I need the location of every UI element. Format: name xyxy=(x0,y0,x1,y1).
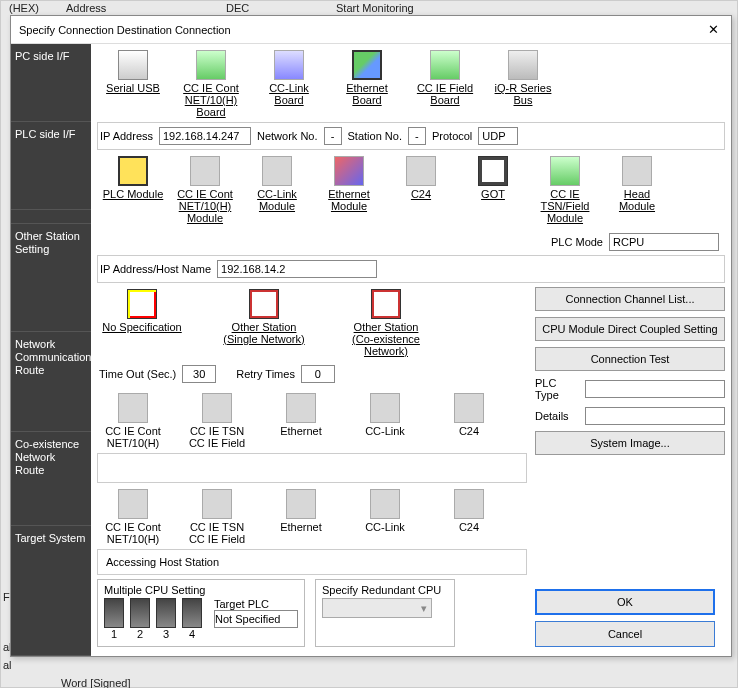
icon-item[interactable]: Head Module xyxy=(605,156,669,212)
icon-item[interactable]: CC IE Cont NET/10(H) xyxy=(101,489,165,545)
cpu-icon xyxy=(130,598,150,628)
device-icon xyxy=(274,50,304,80)
icon-item[interactable]: CC IE Cont NET/10(H) xyxy=(101,393,165,449)
cpu-slot[interactable]: 3 xyxy=(156,598,176,640)
device-icon xyxy=(202,393,232,423)
icon-label: C24 xyxy=(459,425,479,437)
conn-test-button[interactable]: Connection Test xyxy=(535,347,725,371)
timeout-input[interactable] xyxy=(182,365,216,383)
icon-label: Ethernet Module xyxy=(317,188,381,212)
icon-label: PLC Module xyxy=(103,188,164,200)
icon-item[interactable]: C24 xyxy=(437,393,501,437)
icon-label: GOT xyxy=(481,188,505,200)
sysimg-button[interactable]: System Image... xyxy=(535,431,725,455)
device-icon xyxy=(334,156,364,186)
icon-item[interactable]: Other Station (Co-existence Network) xyxy=(345,289,427,357)
stano-input[interactable] xyxy=(408,127,426,145)
device-icon xyxy=(127,289,157,319)
cancel-button[interactable]: Cancel xyxy=(535,621,715,647)
device-icon xyxy=(370,489,400,519)
targetplc-label: Target PLC xyxy=(214,598,298,610)
icon-item[interactable]: GOT xyxy=(461,156,525,200)
ok-button[interactable]: OK xyxy=(535,589,715,615)
direct-coupled-button[interactable]: CPU Module Direct Coupled Setting xyxy=(535,317,725,341)
host-label: IP Address/Host Name xyxy=(100,263,211,275)
bg-word: Word [Signed] xyxy=(61,677,131,688)
cpu-number: 2 xyxy=(130,628,150,640)
icon-label: CC IE TSN CC IE Field xyxy=(185,425,249,449)
device-icon xyxy=(478,156,508,186)
device-icon xyxy=(202,489,232,519)
icon-item[interactable]: CC-Link xyxy=(353,393,417,437)
icon-item[interactable]: PLC Module xyxy=(101,156,165,200)
retry-input[interactable] xyxy=(301,365,335,383)
bg-startmon: Start Monitoring xyxy=(336,2,414,14)
icon-item[interactable]: Ethernet xyxy=(269,489,333,533)
details-input[interactable] xyxy=(585,407,725,425)
side-other: Other Station Setting xyxy=(11,224,91,332)
icon-item[interactable]: CC-Link Module xyxy=(245,156,309,212)
netno-input[interactable] xyxy=(324,127,342,145)
conn-channel-button[interactable]: Connection Channel List... xyxy=(535,287,725,311)
icon-item[interactable]: No Specification xyxy=(101,289,183,333)
redund-dropdown[interactable] xyxy=(322,598,432,618)
netroute-row: CC IE Cont NET/10(H)CC IE TSN CC IE Fiel… xyxy=(97,391,527,453)
device-icon xyxy=(550,156,580,186)
cpu-slot[interactable]: 4 xyxy=(182,598,202,640)
icon-item[interactable]: C24 xyxy=(437,489,501,533)
icon-label: Ethernet xyxy=(280,425,322,437)
cpu-icon xyxy=(156,598,176,628)
device-icon xyxy=(352,50,382,80)
icon-item[interactable]: Ethernet xyxy=(269,393,333,437)
icon-item[interactable]: CC-Link xyxy=(353,489,417,533)
icon-item[interactable]: Serial USB xyxy=(101,50,165,94)
icon-item[interactable]: CC IE TSN/Field Module xyxy=(533,156,597,224)
icon-item[interactable]: CC IE TSN CC IE Field xyxy=(185,393,249,449)
icon-label: CC IE TSN/Field Module xyxy=(533,188,597,224)
ipaddr-input[interactable] xyxy=(159,127,251,145)
device-icon xyxy=(196,50,226,80)
bg-address: Address xyxy=(66,2,106,14)
device-icon xyxy=(430,50,460,80)
icon-label: CC-Link xyxy=(365,425,405,437)
close-icon[interactable]: ✕ xyxy=(703,20,723,40)
icon-item[interactable]: CC IE Cont NET/10(H) Board xyxy=(179,50,243,118)
bg-hex: (HEX) xyxy=(9,2,39,14)
proto-input[interactable] xyxy=(478,127,518,145)
plcmode-input[interactable] xyxy=(609,233,719,251)
device-icon xyxy=(118,50,148,80)
icon-item[interactable]: CC-Link Board xyxy=(257,50,321,106)
stano-label: Station No. xyxy=(348,130,402,142)
ipaddr-label: IP Address xyxy=(100,130,153,142)
icon-item[interactable]: CC IE Cont NET/10(H) Module xyxy=(173,156,237,224)
icon-label: CC IE Cont NET/10(H) Module xyxy=(173,188,237,224)
icon-item[interactable]: Ethernet Module xyxy=(317,156,381,212)
plctype-input[interactable] xyxy=(585,380,725,398)
icon-label: CC-Link Module xyxy=(245,188,309,212)
host-input[interactable] xyxy=(217,260,377,278)
icon-item[interactable]: CC IE Field Board xyxy=(413,50,477,106)
icon-item[interactable]: CC IE TSN CC IE Field xyxy=(185,489,249,545)
targetplc-input[interactable] xyxy=(214,610,298,628)
icon-label: C24 xyxy=(411,188,431,200)
device-icon xyxy=(454,489,484,519)
icon-item[interactable]: Other Station (Single Network) xyxy=(223,289,305,345)
icon-item[interactable]: Ethernet Board xyxy=(335,50,399,106)
cpu-number: 1 xyxy=(104,628,124,640)
multicpu-legend: Multiple CPU Setting xyxy=(104,584,298,596)
icon-item[interactable]: iQ-R Series Bus xyxy=(491,50,555,106)
icon-label: CC-Link xyxy=(365,521,405,533)
icon-label: Serial USB xyxy=(106,82,160,94)
icon-label: CC IE Field Board xyxy=(413,82,477,106)
host-status: Accessing Host Station xyxy=(106,556,219,568)
device-icon xyxy=(286,393,316,423)
icon-label: CC IE Cont NET/10(H) xyxy=(101,425,165,449)
coroute-row: CC IE Cont NET/10(H)CC IE TSN CC IE Fiel… xyxy=(97,487,527,549)
cpu-slot[interactable]: 1 xyxy=(104,598,124,640)
cpu-slot[interactable]: 2 xyxy=(130,598,150,640)
other-row: No SpecificationOther Station (Single Ne… xyxy=(97,287,527,361)
icon-label: Head Module xyxy=(605,188,669,212)
pcside-row: Serial USBCC IE Cont NET/10(H) BoardCC-L… xyxy=(97,48,725,122)
side-pc: PC side I/F xyxy=(11,44,91,122)
icon-item[interactable]: C24 xyxy=(389,156,453,200)
